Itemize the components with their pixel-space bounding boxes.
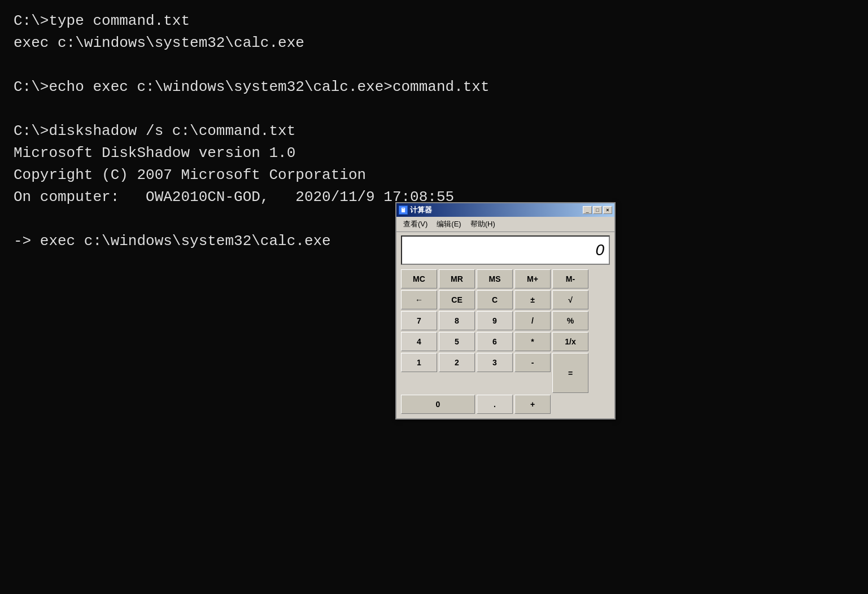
terminal-line-7: Copyright (C) 2007 Microsoft Corporation [14,167,366,184]
calc-titlebar-buttons: _ □ × [583,206,612,214]
calc-menu-view[interactable]: 查看(V) [399,218,432,230]
calc-btn-mr[interactable]: MR [439,269,475,289]
calc-row-123: 1 2 3 - = [401,353,610,393]
calc-btn-divide[interactable]: / [514,311,551,330]
calc-btn-percent[interactable]: % [552,311,588,330]
calc-row-clear: ← CE C ± √ [401,290,610,309]
calc-btn-dot[interactable]: . [477,395,513,414]
terminal-line-1: exec c:\windows\system32\calc.exe [14,34,304,51]
calc-menu-edit[interactable]: 编辑(E) [432,218,465,230]
calc-menubar: 查看(V) 编辑(E) 帮助(H) [396,217,614,232]
calc-row-789: 7 8 9 / % [401,311,610,330]
calc-btn-sqrt[interactable]: √ [552,290,588,309]
calc-btn-9[interactable]: 9 [477,311,513,330]
calc-app-icon: 🖩 [399,206,408,215]
calc-btn-sign[interactable]: ± [514,290,551,309]
calc-btn-mminus[interactable]: M- [552,269,588,289]
calc-row-0: 0 . + [401,395,610,414]
calc-titlebar: 🖩 计算器 _ □ × [396,203,614,217]
calc-btn-0[interactable]: 0 [401,395,475,414]
calc-btn-ce[interactable]: CE [439,290,475,309]
calc-row-memory: MC MR MS M+ M- [401,269,610,289]
calc-display-value: 0 [595,241,604,259]
terminal-line-0: C:\>type command.txt [14,12,190,29]
calc-btn-4[interactable]: 4 [401,332,437,351]
calc-button-area: MC MR MS M+ M- ← CE C ± √ 7 8 9 / % 4 5 … [396,267,614,418]
calc-btn-reciprocal[interactable]: 1/x [552,332,588,351]
calc-display: 0 [401,235,610,265]
terminal-line-10: -> exec c:\windows\system32\calc.exe [14,233,331,250]
calc-btn-7[interactable]: 7 [401,311,437,330]
calc-close-button[interactable]: × [603,206,612,214]
terminal-line-6: Microsoft DiskShadow version 1.0 [14,145,295,161]
calc-btn-minus[interactable]: - [514,353,551,372]
calculator-window: 🖩 计算器 _ □ × 查看(V) 编辑(E) 帮助(H) 0 MC MR MS… [395,202,616,420]
calc-btn-mplus[interactable]: M+ [514,269,551,289]
calc-btn-ms[interactable]: MS [477,269,513,289]
calc-btn-back[interactable]: ← [401,290,437,309]
terminal-line-3: C:\>echo exec c:\windows\system32\calc.e… [14,78,490,95]
calc-btn-3[interactable]: 3 [477,353,513,372]
calc-btn-5[interactable]: 5 [439,332,475,351]
calc-titlebar-left: 🖩 计算器 [399,205,432,215]
calc-btn-c[interactable]: C [477,290,513,309]
calc-title: 计算器 [410,205,432,215]
calc-btn-2[interactable]: 2 [439,353,475,372]
terminal-line-5: C:\>diskshadow /s c:\command.txt [14,123,295,139]
calc-row-456: 4 5 6 * 1/x [401,332,610,351]
calc-btn-plus[interactable]: + [514,395,551,414]
calc-btn-6[interactable]: 6 [477,332,513,351]
calc-btn-multiply[interactable]: * [514,332,551,351]
terminal-line-8: On computer: OWA2010CN-GOD, 2020/11/9 17… [14,189,454,206]
calc-btn-mc[interactable]: MC [401,269,437,289]
calc-btn-equals[interactable]: = [552,353,588,393]
calc-menu-help[interactable]: 帮助(H) [466,218,500,230]
calc-maximize-button[interactable]: □ [593,206,602,214]
calc-minimize-button[interactable]: _ [583,206,592,214]
calc-btn-8[interactable]: 8 [439,311,475,330]
calc-btn-1[interactable]: 1 [401,353,437,372]
